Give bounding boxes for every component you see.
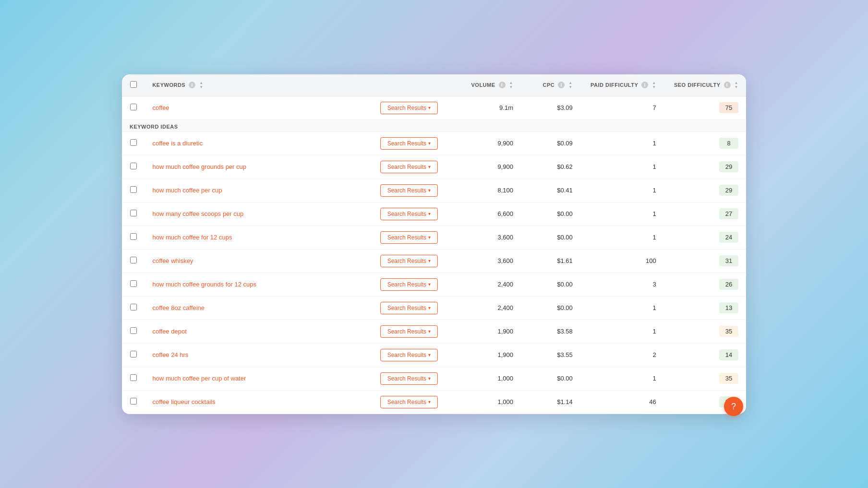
keywords-header-label: KEYWORDS xyxy=(152,82,185,88)
search-results-cell: Search Results ▾ xyxy=(373,367,452,390)
search-results-button[interactable]: Search Results ▾ xyxy=(380,302,438,314)
search-results-button[interactable]: Search Results ▾ xyxy=(380,325,438,338)
main-search-results-button[interactable]: Search Results ▾ xyxy=(380,102,438,114)
row-checkbox[interactable] xyxy=(130,139,137,146)
cpc-sort-arrows[interactable]: ▲ ▼ xyxy=(568,81,572,89)
keyword-link[interactable]: coffee 8oz caffeine xyxy=(152,304,205,311)
table-row: coffee liqueur cocktails Search Results … xyxy=(122,390,746,414)
keyword-link[interactable]: coffee whiskey xyxy=(152,257,193,264)
search-results-button[interactable]: Search Results ▾ xyxy=(380,184,438,197)
volume-sort-arrows[interactable]: ▲ ▼ xyxy=(509,81,513,89)
table-row: coffee is a diuretic Search Results ▾ 9,… xyxy=(122,131,746,155)
volume-cell: 9,900 xyxy=(452,131,521,155)
table-header-row: KEYWORDS i ▲ ▼ VOLUME i ▲ xyxy=(122,74,746,96)
table-row: coffee 24 hrs Search Results ▾ 1,900 $3.… xyxy=(122,343,746,367)
keywords-sort-arrows[interactable]: ▲ ▼ xyxy=(199,81,203,89)
row-checkbox[interactable] xyxy=(130,163,137,169)
keyword-link[interactable]: coffee depot xyxy=(152,328,186,335)
search-results-button[interactable]: Search Results ▾ xyxy=(380,349,438,361)
search-results-label: Search Results xyxy=(387,211,426,217)
cpc-cell: $0.00 xyxy=(521,273,580,296)
main-row-checkbox[interactable] xyxy=(130,104,137,110)
main-keyword-link[interactable]: coffee xyxy=(152,104,169,111)
seo-difficulty-cell: 26 xyxy=(664,273,746,296)
row-checkbox[interactable] xyxy=(130,233,137,240)
keyword-cell: coffee is a diuretic xyxy=(145,131,372,155)
search-results-label: Search Results xyxy=(387,187,426,194)
header-keywords[interactable]: KEYWORDS i ▲ ▼ xyxy=(145,74,372,96)
row-checkbox[interactable] xyxy=(130,374,137,381)
keyword-link[interactable]: how much coffee grounds for 12 cups xyxy=(152,281,256,288)
search-results-button[interactable]: Search Results ▾ xyxy=(380,278,438,291)
row-checkbox[interactable] xyxy=(130,398,137,405)
seo-badge: 13 xyxy=(719,302,738,313)
seo-badge: 8 xyxy=(719,138,738,149)
table-row: how many coffee scoops per cup Search Re… xyxy=(122,202,746,226)
paid-difficulty-cell: 1 xyxy=(580,179,664,202)
search-results-button[interactable]: Search Results ▾ xyxy=(380,137,438,150)
row-checkbox[interactable] xyxy=(130,280,137,287)
row-checkbox[interactable] xyxy=(130,304,137,310)
header-seo-difficulty[interactable]: SEO DIFFICULTY i ▲ ▼ xyxy=(664,74,746,96)
cpc-cell: $0.41 xyxy=(521,179,580,202)
search-results-button[interactable]: Search Results ▾ xyxy=(380,161,438,173)
keyword-link[interactable]: coffee liqueur cocktails xyxy=(152,398,215,405)
keyword-link[interactable]: how much coffee grounds per cup xyxy=(152,163,246,170)
keyword-link[interactable]: coffee is a diuretic xyxy=(152,140,203,147)
sort-down: ▼ xyxy=(199,85,203,89)
row-checkbox-cell xyxy=(122,155,145,179)
keyword-cell: how much coffee per cup xyxy=(145,179,372,202)
keyword-link[interactable]: how much coffee per cup of water xyxy=(152,375,246,382)
row-checkbox[interactable] xyxy=(130,351,137,357)
main-volume-cell: 9.1m xyxy=(452,96,521,119)
row-checkbox[interactable] xyxy=(130,257,137,263)
search-results-button[interactable]: Search Results ▾ xyxy=(380,208,438,220)
table-row: how much coffee per cup of water Search … xyxy=(122,367,746,390)
cpc-cell: $0.00 xyxy=(521,296,580,320)
header-cpc[interactable]: CPC i ▲ ▼ xyxy=(521,74,580,96)
search-results-label: Search Results xyxy=(387,281,426,288)
table-row: coffee depot Search Results ▾ 1,900 $3.5… xyxy=(122,320,746,343)
search-results-label: Search Results xyxy=(387,375,426,382)
search-results-button[interactable]: Search Results ▾ xyxy=(380,231,438,244)
paid-sort-arrows[interactable]: ▲ ▼ xyxy=(652,81,656,89)
paid-difficulty-cell: 1 xyxy=(580,320,664,343)
keyword-link[interactable]: how much coffee for 12 cups xyxy=(152,234,232,241)
seo-difficulty-cell: 27 xyxy=(664,202,746,226)
header-volume[interactable]: VOLUME i ▲ ▼ xyxy=(452,74,521,96)
search-results-cell: Search Results ▾ xyxy=(373,202,452,226)
header-paid-difficulty[interactable]: PAID DIFFICULTY i ▲ ▼ xyxy=(580,74,664,96)
seo-difficulty-cell: 35 xyxy=(664,367,746,390)
main-paid-cell: 7 xyxy=(580,96,664,119)
paid-difficulty-cell: 3 xyxy=(580,273,664,296)
row-checkbox[interactable] xyxy=(130,327,137,334)
row-checkbox-cell xyxy=(122,273,145,296)
seo-difficulty-cell: 29 xyxy=(664,179,746,202)
search-results-button[interactable]: Search Results ▾ xyxy=(380,255,438,267)
keyword-link[interactable]: coffee 24 hrs xyxy=(152,351,188,358)
main-row-checkbox-cell xyxy=(122,96,145,119)
cpc-info-icon: i xyxy=(558,82,565,88)
main-search-results-cell: Search Results ▾ xyxy=(373,96,452,119)
seo-sort-arrows[interactable]: ▲ ▼ xyxy=(735,81,738,89)
cpc-header-label: CPC xyxy=(543,82,555,88)
paid-difficulty-cell: 1 xyxy=(580,226,664,249)
seo-difficulty-header-label: SEO DIFFICULTY xyxy=(674,82,721,88)
keyword-link[interactable]: how many coffee scoops per cup xyxy=(152,210,243,217)
keyword-link[interactable]: how much coffee per cup xyxy=(152,187,222,194)
search-results-button[interactable]: Search Results ▾ xyxy=(380,396,438,408)
volume-cell: 8,100 xyxy=(452,179,521,202)
select-all-checkbox[interactable] xyxy=(130,81,137,88)
main-keyword-row: coffee Search Results ▾ 9.1m $3.09 7 75 xyxy=(122,96,746,119)
sort-down: ▼ xyxy=(735,85,738,89)
row-checkbox[interactable] xyxy=(130,210,137,216)
help-button[interactable]: ? xyxy=(724,397,743,416)
row-checkbox[interactable] xyxy=(130,186,137,193)
table-row: how much coffee grounds for 12 cups Sear… xyxy=(122,273,746,296)
sort-up: ▲ xyxy=(568,81,572,85)
keyword-ideas-label-cell: KEYWORD IDEAS xyxy=(122,119,746,131)
keyword-cell: how much coffee per cup of water xyxy=(145,367,372,390)
search-results-button[interactable]: Search Results ▾ xyxy=(380,372,438,385)
search-results-label: Search Results xyxy=(387,399,426,405)
seo-badge: 26 xyxy=(719,279,738,290)
